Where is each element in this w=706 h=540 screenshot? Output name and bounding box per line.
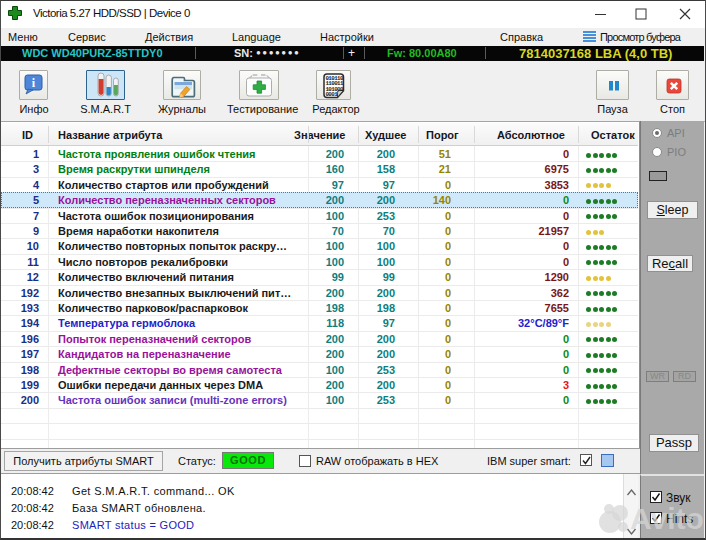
svg-text:Avito: Avito	[630, 502, 704, 535]
svg-text:0001: 0001	[325, 91, 338, 98]
